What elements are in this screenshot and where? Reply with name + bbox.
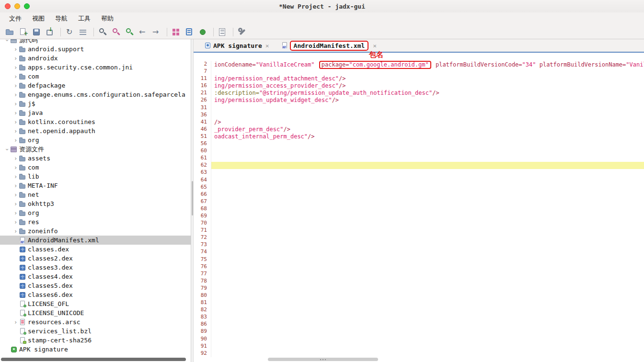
chevron-collapsed-icon[interactable]: › [12, 192, 19, 198]
tree-item-apk-signature[interactable]: APK signature [0, 345, 191, 354]
chevron-collapsed-icon[interactable]: › [12, 83, 19, 89]
nav-forward-icon[interactable] [150, 26, 162, 38]
code-line[interactable]: 75 [194, 256, 644, 263]
menu-item-4[interactable]: 工具 [73, 13, 96, 24]
close-window-button[interactable] [5, 3, 11, 9]
code-line[interactable]: 79 [194, 285, 644, 292]
code-line[interactable]: 56 [194, 140, 644, 147]
tab-androidmanifest-xml[interactable]: AndroidManifest.xml× [279, 40, 379, 51]
open-file-icon[interactable] [4, 26, 16, 38]
code-line[interactable]: 66 [194, 191, 644, 198]
chevron-collapsed-icon[interactable]: › [12, 174, 19, 180]
tree-item-resources-arsc[interactable]: ›resources.arsc [0, 317, 191, 327]
search-text-icon[interactable] [97, 26, 109, 38]
code-line[interactable]: 41/> [194, 119, 644, 126]
code-line[interactable]: 64 [194, 177, 644, 184]
tree-item-kotlinx-coroutines[interactable]: ›kotlinx.coroutines [0, 117, 191, 126]
code-line[interactable]: 70 [194, 220, 644, 227]
flat-packages-icon[interactable] [170, 26, 182, 38]
code-line[interactable]: 78 [194, 278, 644, 285]
chevron-collapsed-icon[interactable]: › [12, 101, 19, 107]
menu-item-2[interactable]: 视图 [27, 13, 50, 24]
chevron-collapsed-icon[interactable]: › [12, 74, 19, 79]
tree-item-license-unicode[interactable]: LICENSE_UNICODE [0, 308, 191, 317]
tree-item-apps-security-cse-common-jni[interactable]: ›apps.security.cse.common.jni [0, 63, 191, 72]
inspector-icon[interactable] [184, 26, 196, 38]
minimize-window-button[interactable] [14, 3, 20, 9]
tree-item-java[interactable]: ›java [0, 108, 191, 117]
tree-horizontal-scrollbar[interactable] [1, 358, 186, 361]
code-line[interactable]: 90 [194, 336, 644, 343]
code-line[interactable]: 76 [194, 263, 644, 271]
code-line[interactable]: 77 [194, 271, 644, 278]
tree-item-net-openid-appauth[interactable]: ›net.openid.appauth [0, 126, 191, 136]
code-line[interactable]: 65 [194, 184, 644, 191]
search-comment-icon[interactable] [124, 26, 136, 38]
chevron-collapsed-icon[interactable]: › [12, 228, 19, 234]
zoom-window-button[interactable] [24, 3, 30, 9]
code-line[interactable]: 71 [194, 227, 644, 234]
tree-item-org[interactable]: ›org [0, 208, 191, 217]
code-line[interactable]: 80 [194, 292, 644, 299]
tab-close-icon[interactable]: × [265, 42, 269, 49]
chevron-collapsed-icon[interactable]: › [12, 128, 19, 134]
chevron-collapsed-icon[interactable]: › [12, 210, 19, 216]
tree-item-classes5-dex[interactable]: classes5.dex [0, 281, 191, 290]
sync-icon[interactable] [77, 26, 89, 38]
chevron-collapsed-icon[interactable]: › [12, 119, 19, 125]
chevron-collapsed-icon[interactable]: › [12, 183, 19, 189]
code-line[interactable]: 73 [194, 241, 644, 249]
code-line[interactable]: 31 [194, 104, 644, 112]
code-line[interactable]: 7 [194, 68, 644, 75]
tree-item-lib[interactable]: ›lib [0, 172, 191, 181]
code-line[interactable]: 46_provider_perm_desc"/> [194, 126, 644, 133]
code-line[interactable]: 74 [194, 249, 644, 256]
code-line[interactable]: 86 [194, 321, 644, 328]
code-line[interactable]: 68 [194, 205, 644, 213]
code-line[interactable]: 63 [194, 169, 644, 176]
tree-item-j$[interactable]: ›j$ [0, 99, 191, 108]
code-line[interactable]: 2ionCodename="VanillaIceCream" package="… [194, 61, 644, 68]
menu-item-3[interactable]: 导航 [50, 13, 73, 24]
code-line[interactable]: 62 [194, 162, 644, 169]
code-line[interactable]: 92 [194, 350, 644, 357]
tree-item-classes2-dex[interactable]: classes2.dex [0, 254, 191, 263]
tree-item-com[interactable]: ›com [0, 163, 191, 172]
chevron-collapsed-icon[interactable]: › [12, 156, 19, 161]
code-line[interactable]: 36 [194, 112, 644, 119]
tree-item-classes-dex[interactable]: classes.dex [0, 245, 191, 254]
tree-item-源代码[interactable]: ›源代码 [0, 39, 191, 45]
tree-item-assets[interactable]: ›assets [0, 154, 191, 163]
tree-item-资源文件[interactable]: ›资源文件 [0, 145, 191, 154]
tree-item-meta-inf[interactable]: ›META-INF [0, 181, 191, 190]
log-viewer-icon[interactable] [217, 26, 229, 38]
code-line[interactable]: 51oadcast_internal_perm_desc"/> [194, 133, 644, 140]
debugger-icon[interactable] [197, 26, 209, 38]
tree-item-com[interactable]: ›com [0, 72, 191, 81]
chevron-expanded-icon[interactable]: › [4, 39, 10, 43]
code-line[interactable]: 91 [194, 343, 644, 350]
code-line[interactable]: 61 [194, 155, 644, 162]
chevron-collapsed-icon[interactable]: › [12, 165, 19, 170]
tree-item-androidx[interactable]: ›androidx [0, 54, 191, 63]
preferences-icon[interactable] [236, 26, 248, 38]
chevron-collapsed-icon[interactable]: › [12, 219, 19, 225]
tree-item-android-support[interactable]: ›android.support [0, 45, 191, 54]
tree-item-classes3-dex[interactable]: classes3.dex [0, 263, 191, 272]
tree-item-defpackage[interactable]: ›defpackage [0, 81, 191, 90]
tree-item-classes6-dex[interactable]: classes6.dex [0, 290, 191, 299]
save-project-icon[interactable] [31, 26, 43, 38]
chevron-collapsed-icon[interactable]: › [12, 56, 19, 61]
reload-icon[interactable] [64, 26, 76, 38]
tab-apk-signature[interactable]: APK signature× [202, 40, 271, 51]
chevron-collapsed-icon[interactable]: › [12, 137, 19, 143]
tree-item-res[interactable]: ›res [0, 217, 191, 226]
export-icon[interactable] [44, 26, 56, 38]
code-line[interactable]: 26ing/permission_update_widget_desc"/> [194, 97, 644, 104]
editor-horizontal-scrollbar[interactable] [268, 358, 378, 361]
code-line[interactable]: 89 [194, 328, 644, 335]
code-line[interactable]: 69 [194, 213, 644, 220]
tree-item-services-list-bzl[interactable]: services_list.bzl [0, 327, 191, 336]
menu-item-1[interactable]: 文件 [4, 13, 27, 24]
chevron-collapsed-icon[interactable]: › [12, 92, 19, 98]
